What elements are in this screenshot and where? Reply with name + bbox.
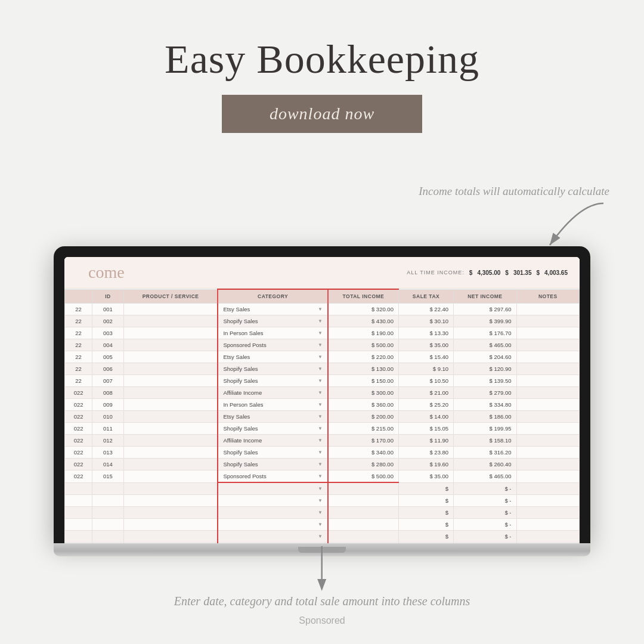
cell-net-income: $ 260.40 [454,459,516,470]
cell-category: In Person Sales▼ [218,399,327,411]
cell-net-income: $ 279.00 [454,387,516,399]
cell-notes [516,363,579,375]
table-row: 22 006 Shopify Sales▼ $ 130.00 $ 9.10 $ … [65,363,580,375]
cell-total-income: $ 215.00 [328,423,399,435]
cell-total-income: $ 500.00 [328,470,399,483]
page-title: Easy Bookkeeping [165,36,479,83]
cell-id: 002 [92,315,124,327]
cell-product [123,459,218,470]
download-button[interactable]: download now [222,95,422,133]
spreadsheet: come ALL TIME INCOME: $ 4,305.00 $ 301.3… [64,257,580,543]
cell-category: Shopify Sales▼ [218,447,327,459]
header-notes: NOTES [516,289,579,304]
cell-category: Shopify Sales▼ [218,459,327,470]
cell-category: Etsy Sales▼ [218,304,327,315]
cell-id: 015 [92,470,124,483]
arrow-top-icon [532,200,609,254]
cell-year: 22 [65,327,92,339]
cell-total-income: $ 360.00 [328,399,399,411]
table-row: 022 009 In Person Sales▼ $ 360.00 $ 25.2… [65,399,580,411]
cell-sale-tax: $ 9.10 [398,363,453,375]
cell-net-income: $ 204.60 [454,351,516,363]
table-row: 022 011 Shopify Sales▼ $ 215.00 $ 15.05 … [65,423,580,435]
header-total-income: TOTAL INCOME [328,289,399,304]
income-totals: ALL TIME INCOME: $ 4,305.00 $ 301.35 $ 4… [407,270,568,276]
cell-year: 22 [65,339,92,351]
cell-product [123,411,218,423]
cell-sale-tax: $ 21.00 [398,387,453,399]
cell-year: 022 [65,447,92,459]
cell-category: Shopify Sales▼ [218,375,327,387]
cell-product [123,375,218,387]
cell-year: 022 [65,459,92,470]
table-row: 022 012 Affiliate Income▼ $ 170.00 $ 11.… [65,435,580,447]
cell-year: 22 [65,363,92,375]
cell-sale-tax: $ 19.60 [398,459,453,470]
table-row-empty: ▼ $ $ - [65,482,580,494]
annotation-top-text: Income totals will automatically calcula… [419,185,609,198]
cell-net-income: $ 120.90 [454,363,516,375]
header-sale-tax: SALE TAX [398,289,453,304]
cell-product [123,447,218,459]
cell-sale-tax: $ 15.40 [398,351,453,363]
cell-product [123,399,218,411]
cell-product [123,327,218,339]
cell-id: 012 [92,435,124,447]
cell-category: Shopify Sales▼ [218,423,327,435]
laptop-screen: come ALL TIME INCOME: $ 4,305.00 $ 301.3… [64,257,580,543]
cell-sale-tax: $ 35.00 [398,339,453,351]
cell-net-income: $ 139.50 [454,375,516,387]
cell-notes [516,411,579,423]
annotation-bottom-area: Enter date, category and total sale amou… [174,543,470,608]
cell-id: 010 [92,411,124,423]
cell-sale-tax: $ 25.20 [398,399,453,411]
cell-product [123,304,218,315]
cell-year: 022 [65,423,92,435]
cell-total-income: $ 320.00 [328,304,399,315]
page: Easy Bookkeeping download now Income tot… [0,0,644,644]
cell-category: Etsy Sales▼ [218,351,327,363]
cell-year: 22 [65,315,92,327]
cell-year: 022 [65,399,92,411]
cell-category: Affiliate Income▼ [218,435,327,447]
table-row: 022 008 Affiliate Income▼ $ 300.00 $ 21.… [65,387,580,399]
table-row-empty: ▼ $ $ - [65,518,580,530]
cell-net-income: $ 465.00 [454,339,516,351]
income-table: ID PRODUCT / SERVICE CATEGORY TOTAL INCO… [64,289,580,543]
table-row: 22 001 Etsy Sales▼ $ 320.00 $ 22.40 $ 29… [65,304,580,315]
table-wrapper: ID PRODUCT / SERVICE CATEGORY TOTAL INCO… [64,289,580,543]
cell-product [123,339,218,351]
cell-net-income: $ 176.70 [454,327,516,339]
cell-net-income: $ 297.60 [454,304,516,315]
cell-id: 007 [92,375,124,387]
header-product: PRODUCT / SERVICE [123,289,218,304]
cell-sale-tax: $ 35.00 [398,470,453,483]
cell-product [123,315,218,327]
cell-year: 22 [65,375,92,387]
cell-notes [516,327,579,339]
annotation-top-area: Income totals will automatically calcula… [419,185,609,254]
cell-net-income: $ 186.00 [454,411,516,423]
cell-product [123,423,218,435]
cell-notes [516,351,579,363]
total-col1: $ [469,270,473,276]
cell-total-income: $ 340.00 [328,447,399,459]
cell-category: Sponsored Posts▼ [218,470,327,483]
cell-total-income: $ 200.00 [328,411,399,423]
cell-year: 022 [65,387,92,399]
total-val1: 4,305.00 [477,270,500,276]
cell-total-income: $ 190.00 [328,327,399,339]
cell-id: 009 [92,399,124,411]
header-id: ID [92,289,124,304]
cell-notes [516,375,579,387]
header-category: CATEGORY [218,289,327,304]
laptop-mockup: come ALL TIME INCOME: $ 4,305.00 $ 301.3… [54,246,590,556]
cell-total-income: $ 430.00 [328,315,399,327]
cell-notes [516,339,579,351]
cell-sale-tax: $ 14.00 [398,411,453,423]
cell-net-income: $ 465.00 [454,470,516,483]
cell-total-income: $ 500.00 [328,339,399,351]
cell-category: Sponsored Posts▼ [218,339,327,351]
cell-product [123,363,218,375]
table-row: 022 014 Shopify Sales▼ $ 280.00 $ 19.60 … [65,459,580,470]
